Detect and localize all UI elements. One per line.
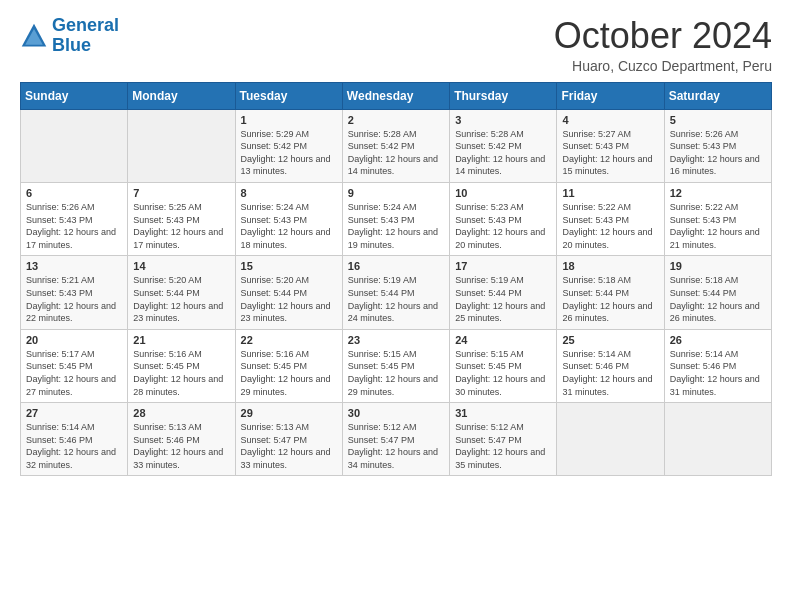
logo-blue: Blue bbox=[52, 35, 91, 55]
day-number: 4 bbox=[562, 114, 658, 126]
day-info: Sunrise: 5:13 AMSunset: 5:47 PMDaylight:… bbox=[241, 421, 337, 471]
calendar-table: SundayMondayTuesdayWednesdayThursdayFrid… bbox=[20, 82, 772, 477]
day-cell: 21Sunrise: 5:16 AMSunset: 5:45 PMDayligh… bbox=[128, 329, 235, 402]
day-cell: 15Sunrise: 5:20 AMSunset: 5:44 PMDayligh… bbox=[235, 256, 342, 329]
day-info: Sunrise: 5:29 AMSunset: 5:42 PMDaylight:… bbox=[241, 128, 337, 178]
day-cell: 12Sunrise: 5:22 AMSunset: 5:43 PMDayligh… bbox=[664, 182, 771, 255]
day-info: Sunrise: 5:15 AMSunset: 5:45 PMDaylight:… bbox=[455, 348, 551, 398]
day-info: Sunrise: 5:24 AMSunset: 5:43 PMDaylight:… bbox=[241, 201, 337, 251]
day-number: 10 bbox=[455, 187, 551, 199]
day-cell: 2Sunrise: 5:28 AMSunset: 5:42 PMDaylight… bbox=[342, 109, 449, 182]
day-number: 1 bbox=[241, 114, 337, 126]
day-number: 18 bbox=[562, 260, 658, 272]
day-info: Sunrise: 5:22 AMSunset: 5:43 PMDaylight:… bbox=[562, 201, 658, 251]
day-info: Sunrise: 5:25 AMSunset: 5:43 PMDaylight:… bbox=[133, 201, 229, 251]
header: General Blue October 2024 Huaro, Cuzco D… bbox=[20, 16, 772, 74]
day-number: 30 bbox=[348, 407, 444, 419]
day-cell: 30Sunrise: 5:12 AMSunset: 5:47 PMDayligh… bbox=[342, 403, 449, 476]
day-number: 9 bbox=[348, 187, 444, 199]
col-header-saturday: Saturday bbox=[664, 82, 771, 109]
day-cell: 19Sunrise: 5:18 AMSunset: 5:44 PMDayligh… bbox=[664, 256, 771, 329]
day-cell: 26Sunrise: 5:14 AMSunset: 5:46 PMDayligh… bbox=[664, 329, 771, 402]
day-number: 16 bbox=[348, 260, 444, 272]
day-cell bbox=[128, 109, 235, 182]
col-header-friday: Friday bbox=[557, 82, 664, 109]
title-block: October 2024 Huaro, Cuzco Department, Pe… bbox=[554, 16, 772, 74]
day-info: Sunrise: 5:20 AMSunset: 5:44 PMDaylight:… bbox=[241, 274, 337, 324]
day-info: Sunrise: 5:19 AMSunset: 5:44 PMDaylight:… bbox=[455, 274, 551, 324]
day-cell: 1Sunrise: 5:29 AMSunset: 5:42 PMDaylight… bbox=[235, 109, 342, 182]
logo-text: General Blue bbox=[52, 16, 119, 56]
day-number: 26 bbox=[670, 334, 766, 346]
day-number: 8 bbox=[241, 187, 337, 199]
day-number: 20 bbox=[26, 334, 122, 346]
day-info: Sunrise: 5:26 AMSunset: 5:43 PMDaylight:… bbox=[670, 128, 766, 178]
day-number: 27 bbox=[26, 407, 122, 419]
day-number: 3 bbox=[455, 114, 551, 126]
day-cell bbox=[557, 403, 664, 476]
day-cell: 4Sunrise: 5:27 AMSunset: 5:43 PMDaylight… bbox=[557, 109, 664, 182]
day-number: 22 bbox=[241, 334, 337, 346]
day-cell: 23Sunrise: 5:15 AMSunset: 5:45 PMDayligh… bbox=[342, 329, 449, 402]
page: General Blue October 2024 Huaro, Cuzco D… bbox=[0, 0, 792, 486]
location-subtitle: Huaro, Cuzco Department, Peru bbox=[554, 58, 772, 74]
day-cell: 13Sunrise: 5:21 AMSunset: 5:43 PMDayligh… bbox=[21, 256, 128, 329]
week-row-4: 20Sunrise: 5:17 AMSunset: 5:45 PMDayligh… bbox=[21, 329, 772, 402]
day-info: Sunrise: 5:20 AMSunset: 5:44 PMDaylight:… bbox=[133, 274, 229, 324]
day-number: 29 bbox=[241, 407, 337, 419]
month-title: October 2024 bbox=[554, 16, 772, 56]
day-cell: 18Sunrise: 5:18 AMSunset: 5:44 PMDayligh… bbox=[557, 256, 664, 329]
logo-icon bbox=[20, 22, 48, 50]
day-number: 2 bbox=[348, 114, 444, 126]
day-info: Sunrise: 5:28 AMSunset: 5:42 PMDaylight:… bbox=[348, 128, 444, 178]
day-number: 17 bbox=[455, 260, 551, 272]
day-info: Sunrise: 5:19 AMSunset: 5:44 PMDaylight:… bbox=[348, 274, 444, 324]
day-cell: 6Sunrise: 5:26 AMSunset: 5:43 PMDaylight… bbox=[21, 182, 128, 255]
day-cell: 14Sunrise: 5:20 AMSunset: 5:44 PMDayligh… bbox=[128, 256, 235, 329]
week-row-1: 1Sunrise: 5:29 AMSunset: 5:42 PMDaylight… bbox=[21, 109, 772, 182]
day-number: 31 bbox=[455, 407, 551, 419]
day-number: 5 bbox=[670, 114, 766, 126]
day-info: Sunrise: 5:23 AMSunset: 5:43 PMDaylight:… bbox=[455, 201, 551, 251]
day-number: 14 bbox=[133, 260, 229, 272]
col-header-monday: Monday bbox=[128, 82, 235, 109]
day-info: Sunrise: 5:14 AMSunset: 5:46 PMDaylight:… bbox=[670, 348, 766, 398]
day-info: Sunrise: 5:15 AMSunset: 5:45 PMDaylight:… bbox=[348, 348, 444, 398]
day-info: Sunrise: 5:17 AMSunset: 5:45 PMDaylight:… bbox=[26, 348, 122, 398]
day-info: Sunrise: 5:14 AMSunset: 5:46 PMDaylight:… bbox=[26, 421, 122, 471]
day-info: Sunrise: 5:24 AMSunset: 5:43 PMDaylight:… bbox=[348, 201, 444, 251]
col-header-sunday: Sunday bbox=[21, 82, 128, 109]
week-row-5: 27Sunrise: 5:14 AMSunset: 5:46 PMDayligh… bbox=[21, 403, 772, 476]
day-info: Sunrise: 5:21 AMSunset: 5:43 PMDaylight:… bbox=[26, 274, 122, 324]
day-number: 19 bbox=[670, 260, 766, 272]
day-number: 23 bbox=[348, 334, 444, 346]
day-cell: 8Sunrise: 5:24 AMSunset: 5:43 PMDaylight… bbox=[235, 182, 342, 255]
day-cell: 16Sunrise: 5:19 AMSunset: 5:44 PMDayligh… bbox=[342, 256, 449, 329]
col-header-wednesday: Wednesday bbox=[342, 82, 449, 109]
day-number: 6 bbox=[26, 187, 122, 199]
day-info: Sunrise: 5:12 AMSunset: 5:47 PMDaylight:… bbox=[455, 421, 551, 471]
header-row: SundayMondayTuesdayWednesdayThursdayFrid… bbox=[21, 82, 772, 109]
day-cell: 20Sunrise: 5:17 AMSunset: 5:45 PMDayligh… bbox=[21, 329, 128, 402]
day-info: Sunrise: 5:12 AMSunset: 5:47 PMDaylight:… bbox=[348, 421, 444, 471]
day-number: 25 bbox=[562, 334, 658, 346]
day-info: Sunrise: 5:14 AMSunset: 5:46 PMDaylight:… bbox=[562, 348, 658, 398]
day-cell: 9Sunrise: 5:24 AMSunset: 5:43 PMDaylight… bbox=[342, 182, 449, 255]
day-info: Sunrise: 5:28 AMSunset: 5:42 PMDaylight:… bbox=[455, 128, 551, 178]
day-number: 24 bbox=[455, 334, 551, 346]
day-number: 15 bbox=[241, 260, 337, 272]
day-cell: 7Sunrise: 5:25 AMSunset: 5:43 PMDaylight… bbox=[128, 182, 235, 255]
day-cell: 28Sunrise: 5:13 AMSunset: 5:46 PMDayligh… bbox=[128, 403, 235, 476]
day-info: Sunrise: 5:22 AMSunset: 5:43 PMDaylight:… bbox=[670, 201, 766, 251]
day-number: 28 bbox=[133, 407, 229, 419]
day-cell: 31Sunrise: 5:12 AMSunset: 5:47 PMDayligh… bbox=[450, 403, 557, 476]
day-cell: 17Sunrise: 5:19 AMSunset: 5:44 PMDayligh… bbox=[450, 256, 557, 329]
day-info: Sunrise: 5:16 AMSunset: 5:45 PMDaylight:… bbox=[241, 348, 337, 398]
day-cell bbox=[21, 109, 128, 182]
day-cell: 5Sunrise: 5:26 AMSunset: 5:43 PMDaylight… bbox=[664, 109, 771, 182]
logo-general: General bbox=[52, 15, 119, 35]
day-cell bbox=[664, 403, 771, 476]
logo: General Blue bbox=[20, 16, 119, 56]
day-number: 7 bbox=[133, 187, 229, 199]
day-cell: 27Sunrise: 5:14 AMSunset: 5:46 PMDayligh… bbox=[21, 403, 128, 476]
